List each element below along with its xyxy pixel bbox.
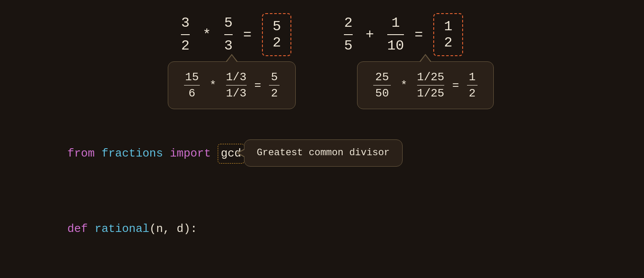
code-line-2: def rational(n, d):: [26, 201, 618, 258]
right-eq-frac1: 2 5: [344, 15, 352, 55]
left-tt-frac2: 1/3 1/3: [226, 71, 247, 100]
frac-line: [344, 34, 352, 35]
left-tt-frac1: 15 6: [184, 71, 200, 100]
right-result-highlight: 1 2: [433, 13, 463, 56]
tooltip-row: 15 6 * 1/3 1/3 = 5 2 25 50: [26, 61, 618, 109]
left-tt-result: 5 2: [269, 71, 280, 100]
left-eq-sign: =: [243, 27, 251, 43]
main-container: 3 2 * 5 3 = 5 2 2 5 + 1 10 =: [0, 0, 644, 278]
keyword-from: from: [67, 147, 102, 160]
code-line-blank: [26, 182, 618, 201]
left-op1: *: [203, 27, 211, 43]
gcd-tooltip: Greatest common divisor: [244, 139, 403, 167]
left-result-highlight: 5 2: [262, 13, 291, 56]
function-name: rational: [95, 222, 149, 235]
left-eq-frac1: 3 2: [181, 15, 189, 55]
right-tt-result: 1 2: [467, 71, 478, 100]
code-line-1: from fractions import gcdGreatest common…: [26, 125, 618, 182]
left-tooltip: 15 6 * 1/3 1/3 = 5 2: [168, 61, 296, 109]
right-tt-frac2: 1/25 1/25: [417, 71, 444, 100]
fn-args: (n, d):: [149, 222, 197, 235]
right-eq-frac2: 1 10: [387, 15, 404, 55]
frac-line: [387, 34, 404, 35]
fraction-row-top: 3 2 * 5 3 = 5 2 2 5 + 1 10 =: [26, 13, 618, 56]
keyword-import: import: [163, 147, 218, 160]
right-eq-sign: =: [414, 27, 423, 43]
frac-line: [224, 34, 233, 35]
code-section: from fractions import gcdGreatest common…: [26, 125, 618, 278]
right-tooltip: 25 50 * 1/25 1/25 = 1 2: [357, 61, 494, 109]
right-tt-frac1: 25 50: [373, 71, 391, 100]
left-eq-frac2: 5 3: [224, 15, 233, 55]
right-op1: +: [366, 27, 374, 43]
frac-line: [181, 34, 189, 35]
gcd-wrapper: gcdGreatest common divisor: [218, 144, 244, 164]
code-line-3: """Construct a rational that represents …: [26, 257, 618, 278]
keyword-def: def: [67, 222, 95, 235]
module-name: fractions: [102, 147, 163, 160]
